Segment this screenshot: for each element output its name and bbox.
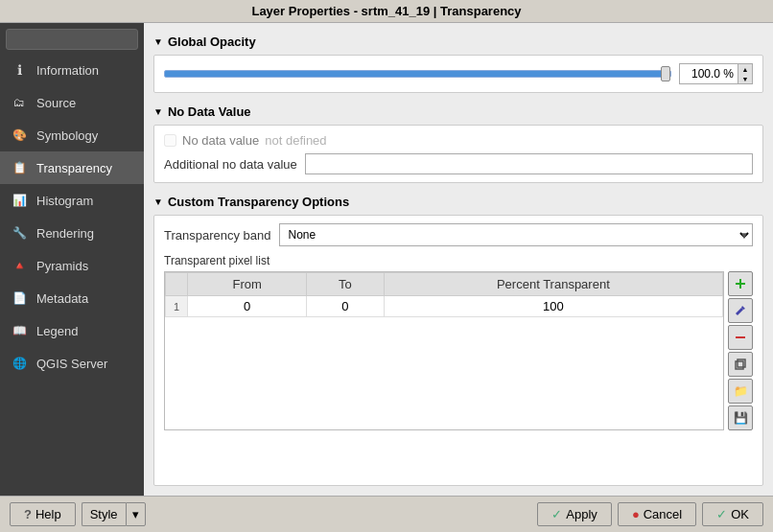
row-percent[interactable]: 100 [384,296,722,317]
table-actions: 📁 💾 [728,271,753,430]
ok-check-icon: ✓ [716,507,727,521]
qgisserver-icon: 🌐 [10,354,29,373]
col-percent: Percent Transparent [384,273,722,296]
folder-button[interactable]: 📁 [728,379,753,404]
svg-rect-2 [736,336,745,338]
nodata-checkbox[interactable] [164,134,176,147]
additional-nodata-row: Additional no data value [164,153,753,174]
transparency-icon: 📋 [10,158,29,177]
global-opacity-header: ▼ Global Opacity [153,35,763,49]
opacity-spin-up[interactable]: ▲ [738,64,752,74]
cancel-label: Cancel [644,507,682,521]
remove-row-button[interactable] [728,325,753,350]
pixel-table: From To Percent Transparent 1 0 0 100 [165,272,723,317]
sidebar-label-symbology: Symbology [36,128,98,143]
col-index [166,273,188,296]
custom-transparency-title: Custom Transparency Options [168,195,349,209]
sidebar: ℹ Information 🗂 Source 🎨 Symbology 📋 Tra… [0,23,144,496]
sidebar-label-pyramids: Pyramids [36,259,88,273]
information-icon: ℹ [10,60,29,80]
opacity-slider-thumb[interactable] [661,66,670,81]
sidebar-item-transparency[interactable]: 📋 Transparency [0,151,144,184]
row-from[interactable]: 0 [188,296,307,317]
opacity-slider-container [164,65,671,82]
nodata-checkbox-label: No data value [182,133,259,148]
sidebar-item-rendering[interactable]: 🔧 Rendering [0,217,144,249]
title-bar: Layer Properties - srtm_41_19 | Transpar… [0,0,773,23]
sidebar-item-metadata[interactable]: 📄 Metadata [0,282,144,314]
col-to: To [307,273,385,296]
sidebar-item-legend[interactable]: 📖 Legend [0,314,144,347]
source-icon: 🗂 [10,93,29,112]
sidebar-label-transparency: Transparency [36,161,112,175]
pixel-table-container: From To Percent Transparent 1 0 0 100 [164,271,724,430]
nodata-triangle-icon: ▼ [153,106,163,117]
histogram-icon: 📊 [10,191,29,210]
table-body: 1 0 0 100 [166,296,723,317]
legend-icon: 📖 [10,321,29,340]
style-dropdown-icon: ▾ [132,507,139,521]
opacity-spin-down[interactable]: ▼ [738,74,752,83]
global-opacity-title: Global Opacity [168,35,256,49]
ok-label: OK [731,507,749,521]
ok-button[interactable]: ✓ OK [702,502,763,526]
sidebar-label-source: Source [36,96,76,110]
custom-transparency-section: Transparency band None ▼ Transparent pix… [153,215,763,486]
table-area: From To Percent Transparent 1 0 0 100 [164,271,753,430]
table-header-row: From To Percent Transparent [166,273,723,296]
style-dropdown: Style ▾ [82,502,146,526]
sidebar-item-source[interactable]: 🗂 Source [0,86,144,119]
table-row: 1 0 0 100 [166,296,723,317]
save-button[interactable]: 💾 [728,405,753,430]
nodata-header: ▼ No Data Value [153,104,763,119]
nodata-value-text: not defined [265,133,326,148]
add-icon [734,277,747,290]
style-label: Style [90,507,118,521]
sidebar-item-symbology[interactable]: 🎨 Symbology [0,119,144,151]
opacity-row: ▲ ▼ [164,63,753,84]
window-title: Layer Properties - srtm_41_19 | Transpar… [251,4,521,18]
copy-icon [734,358,747,371]
nodata-section: No data value not defined Additional no … [153,125,763,183]
remove-icon [734,331,747,344]
sidebar-label-metadata: Metadata [36,291,88,306]
svg-rect-1 [739,279,741,289]
help-icon: ? [24,507,32,521]
pyramids-icon: 🔺 [10,256,29,275]
style-dropdown-arrow[interactable]: ▾ [126,502,146,526]
sidebar-label-rendering: Rendering [36,226,94,241]
sidebar-label-histogram: Histogram [36,194,93,208]
sidebar-item-information[interactable]: ℹ Information [0,54,144,86]
band-select[interactable]: None [279,223,753,246]
additional-nodata-input[interactable] [305,153,753,174]
col-from: From [188,273,307,296]
custom-transparency-header: ▼ Custom Transparency Options [153,195,763,209]
sidebar-item-histogram[interactable]: 📊 Histogram [0,184,144,217]
edit-row-button[interactable] [728,298,753,323]
search-input[interactable] [6,29,138,50]
apply-button[interactable]: ✓ Apply [537,502,612,526]
apply-label: Apply [566,507,597,521]
style-button[interactable]: Style [82,502,126,526]
opacity-value-input[interactable] [680,65,738,82]
opacity-triangle-icon: ▼ [153,36,163,47]
nodata-title: No Data Value [168,104,251,119]
sidebar-item-pyramids[interactable]: 🔺 Pyramids [0,249,144,282]
sidebar-label-legend: Legend [36,324,78,338]
bottom-bar: ? Help Style ▾ ✓ Apply ● Cancel ✓ OK [0,496,773,532]
sidebar-item-qgisserver[interactable]: 🌐 QGIS Server [0,347,144,380]
band-row: Transparency band None ▼ [164,223,753,246]
help-button[interactable]: ? Help [10,502,76,526]
row-to[interactable]: 0 [307,296,385,317]
row-index: 1 [166,296,188,317]
opacity-slider-track [164,70,671,78]
copy-row-button[interactable] [728,352,753,377]
nodata-checkbox-row: No data value not defined [164,133,753,148]
help-label: Help [35,507,61,521]
add-row-button[interactable] [728,271,753,296]
cancel-button[interactable]: ● Cancel [618,502,696,526]
band-select-wrapper: None ▼ [279,223,753,246]
sidebar-label-information: Information [36,63,99,78]
opacity-spin-buttons: ▲ ▼ [738,64,752,83]
rendering-icon: 🔧 [10,223,29,243]
